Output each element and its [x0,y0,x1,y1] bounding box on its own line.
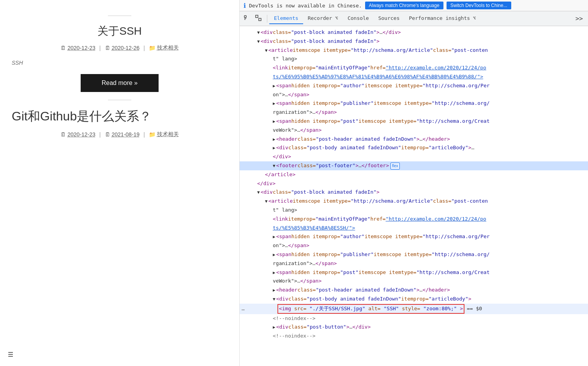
tree-line-5[interactable]: <link itemprop= "mainEntityOfPage" href=… [240,64,588,72]
read-more-button[interactable]: Read more » [81,74,159,92]
cursor-select-icon[interactable] [242,13,252,25]
post2-created-date: 🗓 2020-12-23 [60,131,95,138]
website-content-panel: 关于SSH 🗓 2020-12-23 | 🗓 2020-12-26 | 📁 技术… [0,0,240,366]
tree-line-4[interactable]: t" lang> [240,55,588,64]
devtools-panel: ℹ DevTools is now available in Chinese. … [240,0,588,366]
devtools-tabs-bar: Elements Recorder ⌥ Console Sources Perf… [240,11,588,26]
svg-rect-1 [256,15,258,18]
update-calendar-icon-2: 🗓 [105,131,110,138]
post-category: 📁 技术相关 [149,44,179,51]
post-meta-git: 🗓 2020-12-23 | 🗓 2021-08-19 | 📁 技术相关 [12,131,228,138]
tree-line-30[interactable]: ▶ <header class= "post-header animated f… [240,286,588,295]
folder-icon: 📁 [149,45,155,51]
tab-recorder[interactable]: Recorder ⌥ [303,13,343,24]
tree-line-28[interactable]: ▶ <span hidden itemprop= "post" itemscop… [240,268,588,277]
link-1-cont[interactable]: ts/%E6%95%B0%E5%AD%97%E8%AF%81%E4%B9%A6%… [273,73,477,81]
created-date-link[interactable]: 2020-12-23 [67,45,95,51]
update-calendar-icon: 🗓 [105,45,110,51]
tree-line-noindex-1[interactable]: <!--noindex--> [240,314,588,323]
tree-line-1[interactable]: ▼ <div class= "post-block animated fadeI… [240,28,588,37]
triangle-3[interactable]: ▼ [265,47,268,54]
post-item-ssh: 关于SSH 🗓 2020-12-23 | 🗓 2020-12-26 | 📁 技术… [12,24,228,92]
tree-line-noindex-2[interactable]: <!--noindex--> [240,332,588,341]
meta-separator-2: | [143,45,145,51]
bottom-ellipsis: … [242,305,245,313]
tree-line-6[interactable]: ts/%E6%95%B0%E5%AD%97%E8%AF%81%E4%B9%A6%… [240,72,588,81]
tree-line-29[interactable]: veWork"> … </span> [240,277,588,286]
tree-line-22[interactable]: <link itemprop= "mainEntityOfPage" href=… [240,215,588,224]
tree-line-17[interactable]: </article> [240,170,588,179]
post-separator-2 [108,100,131,100]
link-2-cont[interactable]: ts/%E5%85%B3%E4%BA%8ESSH/ [273,224,349,232]
tree-line-8[interactable]: on"> … </span> [240,90,588,99]
tab-sources[interactable]: Sources [374,13,404,24]
tree-line-25[interactable]: on"> … </span> [240,241,588,250]
tree-line-26[interactable]: ▶ <span hidden itemprop= "publisher" ite… [240,250,588,259]
post2-category-link[interactable]: 技术相关 [157,131,179,138]
tree-line-7[interactable]: ▶ <span hidden itemprop= "author" itemsc… [240,81,588,90]
tree-line-post-button[interactable]: ▶ <div class= "post-button" > … </div> [240,323,588,332]
post-created-date: 🗓 2020-12-23 [60,45,95,51]
flex-badge: flex [390,163,400,170]
tree-line-2[interactable]: ▼ <div class= "post-block animated fadeI… [240,37,588,46]
image-placeholder: SSH [12,60,23,66]
svg-rect-2 [259,18,261,21]
tree-line-19[interactable]: ▼ <div class= "post-block animated fadeI… [240,188,588,197]
tab-overflow-button[interactable]: >> [572,12,586,25]
tree-line-15[interactable]: </div> [240,152,588,161]
triangle-2[interactable]: ▼ [257,38,260,45]
tree-line-9[interactable]: ▶ <span hidden itemprop= "publisher" ite… [240,99,588,108]
post2-updated-date: 🗓 2021-08-19 [105,131,140,138]
link-1[interactable]: "http://example.com/2020/12/24/po [386,64,486,72]
folder-icon-2: 📁 [149,131,155,138]
tab-separator [267,15,267,23]
tree-line-14[interactable]: ▶ <div class= "post-body animated fadeIn… [240,143,588,152]
post-title-ssh: 关于SSH [12,24,228,39]
calendar-icon: 🗓 [60,45,66,51]
svg-rect-0 [244,16,246,18]
devtools-html-tree[interactable]: ▼ <div class= "post-block animated fadeI… [240,26,588,366]
tree-line-11[interactable]: ▶ <span hidden itemprop= "post" itemscop… [240,117,588,126]
post-item-git: Git和Github是什么关系？ 🗓 2020-12-23 | 🗓 2021-0… [12,108,228,138]
tree-line-3[interactable]: ▼ <article itemscope itemtype= "http://s… [240,46,588,55]
tree-line-27[interactable]: rganization"> … </span> [240,259,588,268]
meta2-separator-2: | [143,131,145,138]
tree-line-10[interactable]: rganization"> … </span> [240,108,588,117]
category-link[interactable]: 技术相关 [157,44,179,51]
updated-date-link[interactable]: 2020-12-26 [112,45,140,51]
triangle-1[interactable]: ▼ [257,29,260,36]
post-separator [108,16,131,16]
tree-line-31[interactable]: ▼ <div class= "post-body animated fadeIn… [240,295,588,304]
link-2[interactable]: "http://example.com/2020/12/24/po [386,215,486,223]
meta2-separator-1: | [99,131,101,138]
tree-line-13[interactable]: ▶ <header class= "post-header animated f… [240,135,588,144]
post2-created-date-link[interactable]: 2020-12-23 [67,131,95,138]
info-icon: ℹ [244,2,246,9]
tree-line-20[interactable]: ▼ <article itemscope itemtype= "http://s… [240,197,588,206]
tab-console[interactable]: Console [343,13,374,24]
tree-line-12[interactable]: veWork"> … </span> [240,126,588,135]
tab-performance-insights[interactable]: Performance insights ⌥ [404,13,481,24]
tree-line-18[interactable]: </div> [240,179,588,188]
post-meta-ssh: 🗓 2020-12-23 | 🗓 2020-12-26 | 📁 技术相关 [12,44,228,51]
tree-line-21[interactable]: t" lang> [240,206,588,215]
meta-separator-1: | [99,45,101,51]
devtools-notification-bar: ℹ DevTools is now available in Chinese. … [240,0,588,11]
post2-category: 📁 技术相关 [149,131,179,138]
hamburger-menu-icon[interactable]: ☰ [8,351,13,358]
tree-line-img-selected[interactable]: … <img src= "./关于SSH/SSH.jpg" alt= "SSH"… [240,304,588,314]
post-updated-date: 🗓 2020-12-26 [105,45,140,51]
post-image-ssh: SSH [12,59,228,66]
selected-img-tag[interactable]: <img src= "./关于SSH/SSH.jpg" alt= "SSH" s… [277,304,464,314]
tree-line-24[interactable]: ▶ <span hidden itemprop= "author" itemsc… [240,232,588,241]
always-match-button[interactable]: Always match Chrome's language [365,2,443,9]
html-tree-container: ▼ <div class= "post-block animated fadeI… [240,26,588,343]
tree-line-23[interactable]: ts/%E5%85%B3%E4%BA%8ESSH/ "> [240,224,588,233]
tab-elements[interactable]: Elements [269,13,303,24]
inspect-element-icon[interactable] [253,13,263,25]
post2-updated-date-link[interactable]: 2021-08-19 [112,131,140,138]
switch-devtools-button[interactable]: Switch DevTools to Chine... [447,2,511,9]
notification-text: DevTools is now available in Chinese. [249,3,362,9]
post-title-git: Git和Github是什么关系？ [12,108,228,125]
tree-line-footer[interactable]: ▼ <footer class= "post-footer" > … </foo… [240,161,588,170]
